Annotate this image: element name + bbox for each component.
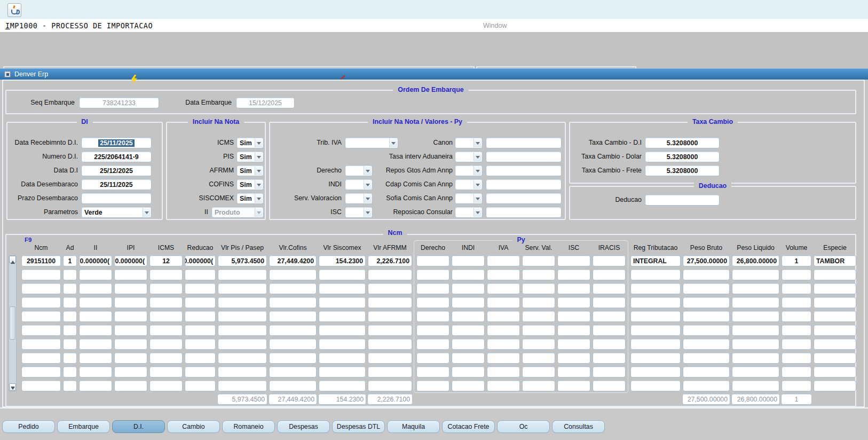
grid-cell-r8cisc[interactable] xyxy=(557,366,590,378)
grid-cell-r0cindi[interactable] xyxy=(452,255,485,266)
grid-cell-r2cvlr-afrmm[interactable] xyxy=(368,283,412,294)
grid-cell-r3cicms[interactable] xyxy=(149,297,183,308)
grid-cell-r0cncm[interactable]: 29151100 xyxy=(21,255,61,266)
grid-cell-r6cvlr-pis-pasep[interactable] xyxy=(218,339,267,350)
grid-cell-r0cvlr-siscomex[interactable]: 154.2300 xyxy=(319,255,366,266)
grid-cell-r3cvlr-afrmm[interactable] xyxy=(368,297,412,308)
grid-cell-r6civa[interactable] xyxy=(487,339,520,350)
grid-cell-r7civa[interactable] xyxy=(487,352,520,364)
grid-cell-r7cad[interactable] xyxy=(63,352,77,364)
grid-cell-r0cespecie[interactable]: TAMBOR xyxy=(814,255,856,266)
cdap-comis-can-annp-dropdown[interactable] xyxy=(455,179,483,190)
scroll-up-button[interactable] xyxy=(9,256,16,263)
grid-cell-r4cipi[interactable] xyxy=(114,311,147,322)
tab-pedido[interactable]: Pedido xyxy=(2,420,55,433)
grid-cell-r8cvlr-siscomex[interactable] xyxy=(319,366,366,378)
grid-cell-r9cvlr-siscomex[interactable] xyxy=(319,380,366,391)
grid-cell-r5cindi[interactable] xyxy=(452,325,485,336)
grid-cell-r1cpeso-liquido[interactable] xyxy=(732,269,779,280)
grid-cell-r4cad[interactable] xyxy=(63,311,77,322)
deducao-field[interactable] xyxy=(645,194,720,206)
grid-cell-r4cisc[interactable] xyxy=(557,311,590,322)
grid-cell-r6cpeso-liquido[interactable] xyxy=(732,339,779,350)
afrmm-dropdown[interactable]: Sim xyxy=(236,165,264,176)
parametros-dropdown[interactable]: Verde xyxy=(81,207,152,218)
grid-cell-r2cii[interactable] xyxy=(79,283,112,294)
grid-cell-r5cncm[interactable] xyxy=(21,325,61,336)
tab-embarque[interactable]: Embarque xyxy=(57,420,110,433)
icms-dropdown[interactable]: Sim xyxy=(236,137,264,148)
grid-cell-r3cespecie[interactable] xyxy=(814,297,856,308)
tab-cotacao-frete[interactable]: Cotacao Frete xyxy=(442,420,495,433)
siscomex-dropdown[interactable]: Sim xyxy=(236,193,264,204)
grid-cell-r2cpeso-liquido[interactable] xyxy=(732,283,779,294)
grid-cell-r2cpeso-bruto[interactable] xyxy=(683,283,730,294)
tab-d-i[interactable]: D.I. xyxy=(112,420,165,433)
grid-cell-r7cpeso-liquido[interactable] xyxy=(732,352,779,364)
grid-cell-r4cvlr-pis-pasep[interactable] xyxy=(218,311,267,322)
repos-gtos-adm-annp-dropdown[interactable] xyxy=(455,165,483,176)
grid-cell-r5civa[interactable] xyxy=(487,325,520,336)
grid-cell-r3cipi[interactable] xyxy=(114,297,147,308)
grid-cell-r0cvolume[interactable]: 1 xyxy=(782,255,811,266)
grid-cell-r5ciracis[interactable] xyxy=(593,325,626,336)
grid-cell-r5cpeso-liquido[interactable] xyxy=(732,325,779,336)
grid-cell-r4cvlr-siscomex[interactable] xyxy=(319,311,366,322)
chevron-down-icon[interactable] xyxy=(255,194,263,203)
grid-cell-r3creducao[interactable] xyxy=(185,297,216,308)
grid-cell-r2cicms[interactable] xyxy=(149,283,183,294)
grid-cell-r2cindi[interactable] xyxy=(452,283,485,294)
grid-cell-r3ciracis[interactable] xyxy=(593,297,626,308)
grid-cell-r0civa[interactable] xyxy=(487,255,520,266)
grid-cell-r8creg-tributacao[interactable] xyxy=(630,366,681,378)
grid-cell-r1cvlr-pis-pasep[interactable] xyxy=(218,269,267,280)
tab-despesas-dtl[interactable]: Despesas DTL xyxy=(332,420,385,433)
grid-cell-r5cii[interactable] xyxy=(79,325,112,336)
grid-cell-r4cindi[interactable] xyxy=(452,311,485,322)
grid-cell-r2cvlr-siscomex[interactable] xyxy=(319,283,366,294)
grid-cell-r4cncm[interactable] xyxy=(21,311,61,322)
grid-cell-r1cvlr-afrmm[interactable] xyxy=(368,269,412,280)
tab-cambio[interactable]: Cambio xyxy=(167,420,220,433)
sofia-comis-can-annp-dropdown[interactable] xyxy=(455,193,483,204)
grid-cell-r4cvlr-cofins[interactable] xyxy=(269,311,317,322)
grid-cell-r5cvlr-siscomex[interactable] xyxy=(319,325,366,336)
grid-cell-r7cespecie[interactable] xyxy=(814,352,856,364)
grid-cell-r4cpeso-bruto[interactable] xyxy=(683,311,730,322)
grid-cell-r8cii[interactable] xyxy=(79,366,112,378)
grid-cell-r8cpeso-bruto[interactable] xyxy=(683,366,730,378)
grid-cell-r9cpeso-bruto[interactable] xyxy=(683,380,730,391)
grid-cell-r7cindi[interactable] xyxy=(452,352,485,364)
grid-cell-r6cvlr-siscomex[interactable] xyxy=(319,339,366,350)
grid-cell-r1cipi[interactable] xyxy=(114,269,147,280)
grid-cell-r7cvlr-siscomex[interactable] xyxy=(319,352,366,364)
chevron-down-icon[interactable] xyxy=(364,180,372,189)
grid-cell-r3cpeso-bruto[interactable] xyxy=(683,297,730,308)
grid-cell-r9creg-tributacao[interactable] xyxy=(630,380,681,391)
grid-cell-r2cserv-val[interactable] xyxy=(522,283,555,294)
grid-cell-r6cpeso-bruto[interactable] xyxy=(683,339,730,350)
grid-cell-r3cii[interactable] xyxy=(79,297,112,308)
tab-despesas[interactable]: Despesas xyxy=(277,420,330,433)
grid-vertical-scrollbar[interactable] xyxy=(9,255,17,391)
grid-cell-r6cserv-val[interactable] xyxy=(522,339,555,350)
grid-cell-r0cpeso-liquido[interactable]: 26,800.00000 xyxy=(732,255,779,266)
grid-cell-r0cvlr-pis-pasep[interactable]: 5,973.4500 xyxy=(218,255,267,266)
grid-cell-r7cicms[interactable] xyxy=(149,352,183,364)
chevron-down-icon[interactable] xyxy=(474,138,482,147)
grid-cell-r6cvlr-afrmm[interactable] xyxy=(368,339,412,350)
grid-cell-r6cii[interactable] xyxy=(79,339,112,350)
grid-cell-r5creg-tributacao[interactable] xyxy=(630,325,681,336)
canon-amount-field[interactable] xyxy=(486,137,562,148)
grid-cell-r7cvlr-pis-pasep[interactable] xyxy=(218,352,267,364)
scroll-down-button[interactable] xyxy=(9,383,16,391)
chevron-down-icon[interactable] xyxy=(255,152,263,161)
chevron-down-icon[interactable] xyxy=(474,194,482,203)
pis-dropdown[interactable]: Sim xyxy=(236,151,264,162)
grid-cell-r3creg-tributacao[interactable] xyxy=(630,297,681,308)
grid-cell-r5cderecho[interactable] xyxy=(416,325,449,336)
grid-cell-r6cncm[interactable] xyxy=(21,339,61,350)
seq-embarque-field[interactable]: 738241233 xyxy=(79,97,159,108)
grid-cell-r6cderecho[interactable] xyxy=(416,339,449,350)
grid-cell-r1creducao[interactable] xyxy=(185,269,216,280)
